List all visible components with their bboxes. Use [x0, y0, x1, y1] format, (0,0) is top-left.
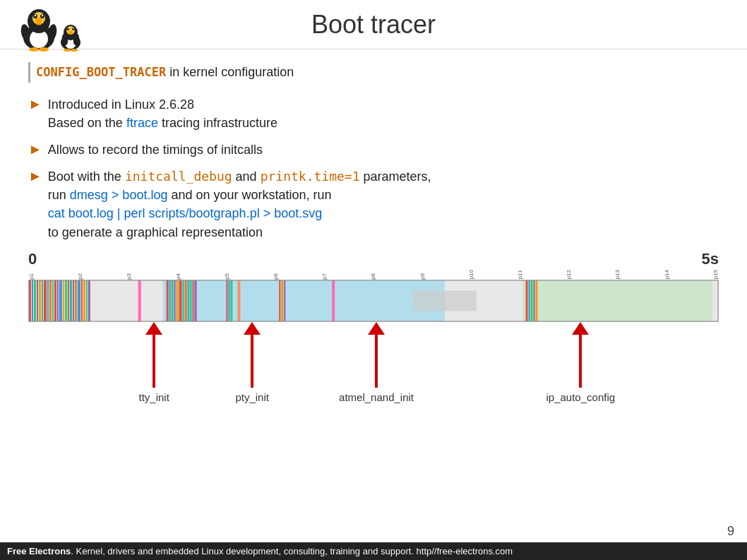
svg-rect-70	[281, 280, 283, 321]
svg-rect-53	[163, 280, 445, 321]
svg-point-26	[71, 49, 78, 52]
arrow-head-1	[145, 322, 162, 335]
config-line-rest: in kernel configuration	[166, 65, 294, 79]
tick-13: p13	[614, 270, 621, 279]
param-printk: printk.time=1	[261, 169, 360, 184]
config-line: CONFIG_BOOT_TRACER in kernel configurati…	[28, 62, 719, 83]
svg-rect-30	[34, 280, 36, 321]
svg-rect-38	[54, 280, 56, 321]
svg-rect-68	[230, 280, 232, 321]
bullet-arrow-1: ►	[28, 96, 42, 112]
cmd-dmesg: dmesg > boot.log	[70, 188, 168, 202]
svg-rect-35	[47, 280, 49, 321]
svg-rect-54	[167, 280, 169, 321]
tick-6: p6	[273, 273, 279, 280]
svg-rect-42	[65, 280, 67, 321]
svg-rect-60	[183, 280, 184, 321]
timeline-start-label: 0	[28, 250, 37, 268]
svg-rect-29	[32, 280, 33, 321]
svg-rect-34	[44, 280, 47, 321]
svg-rect-80	[536, 280, 538, 321]
bullet-item-2: ► Allows to record the timings of initca…	[28, 141, 719, 159]
svg-rect-32	[39, 280, 41, 321]
logo-area	[14, 6, 85, 55]
tick-5: p5	[224, 273, 230, 280]
svg-rect-33	[42, 280, 43, 321]
timeline-bar	[28, 280, 719, 322]
svg-rect-59	[179, 280, 182, 321]
arrow-stem-2	[251, 335, 253, 388]
svg-rect-64	[193, 280, 194, 321]
svg-point-21	[73, 28, 74, 29]
arrow-pty-init: pty_init	[235, 322, 269, 403]
svg-rect-61	[185, 280, 187, 321]
tick-7: p7	[321, 273, 328, 280]
svg-rect-40	[59, 280, 62, 321]
bullet-text-1: Introduced in Linux 2.6.28 Based on the …	[48, 95, 277, 132]
svg-rect-74	[413, 290, 477, 311]
label-tty-init: tty_init	[138, 391, 169, 403]
bullet-arrow-3: ►	[28, 168, 42, 184]
param-initcall: initcall_debug	[125, 169, 232, 184]
svg-point-25	[64, 49, 71, 52]
page-title: Boot tracer	[311, 10, 436, 40]
tick-8: p8	[370, 273, 376, 280]
svg-rect-63	[190, 280, 192, 321]
arrow-stem-1	[153, 335, 155, 388]
bullet-text-2: Allows to record the timings of initcall…	[48, 141, 263, 159]
svg-rect-73	[332, 280, 335, 321]
bullet-item-1: ► Introduced in Linux 2.6.28 Based on th…	[28, 95, 719, 132]
timeline-labels: 0 5s	[28, 250, 719, 268]
svg-rect-52	[138, 280, 141, 321]
arrow-atmel-nand-init: atmel_nand_init	[339, 322, 414, 403]
timeline-end-label: 5s	[702, 250, 719, 268]
page-number: 9	[727, 524, 734, 539]
svg-rect-46	[75, 280, 77, 321]
arrow-head-2	[244, 322, 261, 335]
svg-rect-76	[526, 280, 528, 321]
svg-rect-69	[279, 280, 280, 321]
tick-12: p12	[566, 270, 572, 279]
svg-point-20	[67, 28, 68, 29]
label-ip-auto-config: ip_auto_config	[546, 391, 616, 403]
main-content: CONFIG_BOOT_TRACER in kernel configurati…	[0, 49, 747, 242]
tux-logo	[14, 6, 85, 52]
tick-1: p1	[28, 273, 35, 280]
tick-3: p3	[126, 273, 132, 280]
footer: Free Electrons . Kernel, drivers and emb…	[0, 542, 747, 560]
tick-2: p2	[77, 273, 83, 280]
arrow-stem-3	[375, 335, 378, 388]
arrow-ip-auto-config: ip_auto_config	[546, 322, 616, 403]
timeline-section: 0 5s p1 p2 p3 p4 p5 p6 p7 p8 p9 p10 p11 …	[0, 250, 747, 414]
svg-rect-71	[284, 280, 285, 321]
arrow-stem-4	[579, 335, 582, 388]
footer-text: . Kernel, drivers and embedded Linux dev…	[71, 546, 513, 556]
svg-rect-41	[63, 280, 64, 321]
svg-rect-51	[88, 280, 90, 321]
arrow-head-3	[368, 322, 385, 335]
svg-rect-45	[73, 280, 74, 321]
ftrace-link: ftrace	[126, 116, 158, 130]
bullet-text-3: Boot with the initcall_debug and printk.…	[48, 167, 431, 241]
svg-rect-67	[228, 280, 229, 321]
svg-rect-65	[195, 280, 197, 321]
tick-4: p4	[175, 273, 181, 280]
svg-rect-75	[522, 280, 712, 321]
svg-rect-43	[68, 280, 69, 321]
svg-rect-58	[177, 280, 179, 321]
bullet-arrow-2: ►	[28, 141, 42, 157]
svg-rect-50	[86, 280, 88, 321]
svg-rect-47	[78, 280, 80, 321]
svg-rect-66	[226, 280, 227, 321]
timeline-svg	[29, 280, 718, 321]
svg-point-11	[39, 47, 49, 52]
bullet-item-3: ► Boot with the initcall_debug and print…	[28, 167, 719, 241]
svg-rect-56	[172, 280, 174, 321]
label-pty-init: pty_init	[235, 391, 269, 403]
svg-rect-77	[529, 280, 530, 321]
svg-rect-37	[52, 280, 54, 321]
label-atmel-nand-init: atmel_nand_init	[339, 391, 414, 403]
tick-15: p15	[712, 270, 719, 279]
arrows-container: tty_init pty_init atmel_nand_init ip_aut…	[28, 322, 719, 414]
svg-point-10	[29, 47, 39, 52]
